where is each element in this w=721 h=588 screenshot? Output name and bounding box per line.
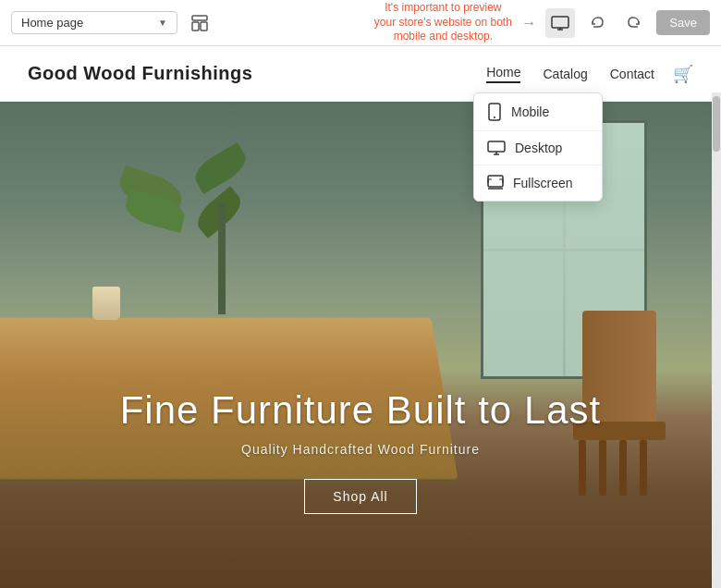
undo-icon <box>590 16 605 31</box>
page-selector-label: Home page <box>21 16 153 30</box>
fullscreen-label: Fullscreen <box>513 176 573 190</box>
svg-point-7 <box>494 116 495 118</box>
mobile-option[interactable]: Mobile <box>474 93 602 131</box>
svg-rect-8 <box>488 141 505 152</box>
hero-cta-button[interactable]: Shop All <box>304 479 416 514</box>
nav-link-catalog[interactable]: Catalog <box>543 67 587 81</box>
editor-toolbar: Home page ▼ It's important to preview yo… <box>0 0 721 46</box>
section-icon <box>191 15 208 31</box>
svg-rect-3 <box>552 17 568 28</box>
hero-title: Fine Furniture Built to Last <box>0 388 721 433</box>
hero-plant <box>185 129 259 314</box>
store-logo: Good Wood Furnishings <box>28 63 252 84</box>
store-preview: Good Wood Furnishings Home Catalog Conta… <box>0 46 721 588</box>
preview-area: Good Wood Furnishings Home Catalog Conta… <box>0 46 721 588</box>
svg-rect-11 <box>488 176 503 187</box>
svg-rect-1 <box>192 22 199 31</box>
save-button[interactable]: Save <box>656 10 710 35</box>
fullscreen-icon <box>487 175 504 191</box>
desktop-option[interactable]: Desktop <box>474 131 602 165</box>
hero-subtitle: Quality Handcrafted Wood Furniture <box>0 442 721 457</box>
svg-rect-0 <box>192 16 207 20</box>
desktop-label: Desktop <box>515 141 562 155</box>
preview-warning: It's important to preview your store's w… <box>373 1 512 44</box>
fullscreen-option[interactable]: Fullscreen <box>474 165 602 201</box>
chevron-down-icon: ▼ <box>158 18 167 28</box>
nav-links: Home Catalog Contact <box>486 65 654 83</box>
redo-icon <box>627 16 642 31</box>
plant-stem <box>218 203 226 314</box>
mobile-icon <box>487 103 502 121</box>
desktop-view-button[interactable] <box>545 8 575 38</box>
redo-button[interactable] <box>619 8 649 38</box>
cart-icon[interactable]: 🛒 <box>673 64 693 84</box>
hero-content: Fine Furniture Built to Last Quality Han… <box>0 388 721 514</box>
store-nav: Good Wood Furnishings Home Catalog Conta… <box>0 46 721 102</box>
nav-link-contact[interactable]: Contact <box>610 67 654 81</box>
view-mode-dropdown: Mobile Desktop Fullscreen <box>473 92 603 202</box>
page-selector[interactable]: Home page ▼ <box>11 11 177 34</box>
window-pane <box>483 251 563 377</box>
monitor-icon <box>551 16 569 31</box>
plant-leaf <box>189 142 251 194</box>
store-hero: Fine Furniture Built to Last Quality Han… <box>0 102 721 588</box>
nav-link-home[interactable]: Home <box>486 65 520 83</box>
undo-button[interactable] <box>582 8 612 38</box>
scrollbar[interactable] <box>712 92 721 588</box>
svg-rect-2 <box>201 22 207 31</box>
arrow-icon: → <box>521 15 536 31</box>
hero-mug <box>92 287 120 320</box>
section-edit-button[interactable] <box>185 8 214 38</box>
scroll-thumb[interactable] <box>713 96 720 152</box>
monitor-menu-icon <box>487 141 506 155</box>
mobile-label: Mobile <box>511 104 549 119</box>
